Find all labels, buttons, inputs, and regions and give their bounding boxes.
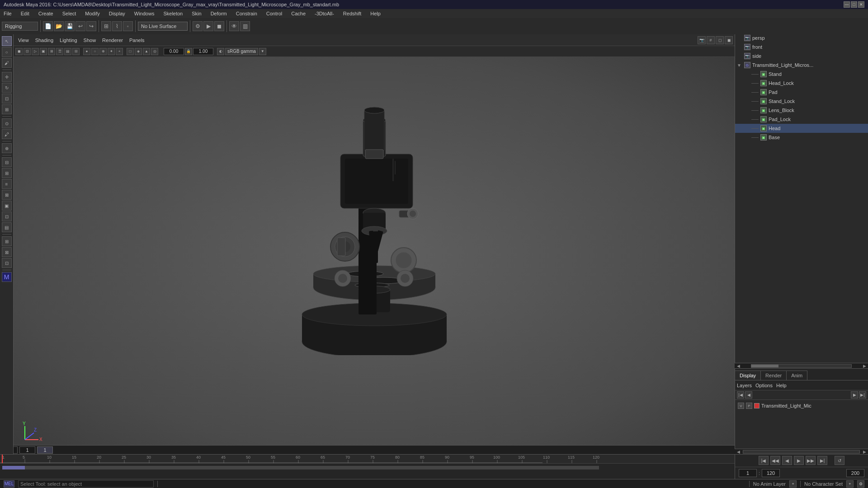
vp-t2-17[interactable]: ◎ xyxy=(151,48,158,55)
vp-camera-icon[interactable]: 📷 xyxy=(698,36,706,44)
save-scene-button[interactable]: 💾 xyxy=(65,21,75,31)
layer-P-btn[interactable]: P xyxy=(746,403,752,409)
pb-to-start[interactable]: |◀ xyxy=(759,456,769,465)
layer-scroll-track[interactable] xyxy=(743,450,860,454)
vp-colormode-icon[interactable]: ◐ xyxy=(217,48,224,55)
menu-redshift[interactable]: Redshift xyxy=(341,11,363,16)
pb-to-end[interactable]: ▶| xyxy=(817,456,827,465)
outliner-item-stand[interactable]: ▣ Stand xyxy=(735,70,868,79)
layer-visible-btn[interactable]: V xyxy=(738,403,744,409)
render-view-button[interactable]: ▶ xyxy=(203,21,213,31)
vp-menu-show[interactable]: Show xyxy=(81,37,99,44)
minimize-button[interactable]: — xyxy=(844,1,850,8)
render-settings-button[interactable]: ⚙ xyxy=(193,21,203,31)
timeline[interactable]: 1 5 10 15 20 25 30 35 40 45 50 55 60 xyxy=(0,454,735,479)
vp-wireframe-icon[interactable]: ◻ xyxy=(716,36,724,44)
extra-3[interactable]: ⊡ xyxy=(2,258,12,268)
vp-colormode-label[interactable]: sRGB gamma xyxy=(225,48,258,55)
select-tool[interactable]: ↖ xyxy=(2,36,12,46)
pb-prev-frame[interactable]: ◀ xyxy=(782,456,792,465)
maximize-button[interactable]: □ xyxy=(851,1,857,8)
menu-display[interactable]: Display xyxy=(107,11,127,16)
anim-layer-btn[interactable]: + xyxy=(789,480,797,488)
outliner-item-front[interactable]: 📷 front xyxy=(735,42,868,52)
timeline-content[interactable] xyxy=(0,464,735,479)
layout-5[interactable]: ▣ xyxy=(2,201,12,211)
menu-skeleton[interactable]: Skeleton xyxy=(161,11,184,16)
vp-t2-1[interactable]: ◼ xyxy=(15,48,23,55)
scroll-right-btn[interactable]: ▶ xyxy=(861,364,868,368)
menu-deform[interactable]: Deform xyxy=(209,11,229,16)
scale-tool[interactable]: ⊡ xyxy=(2,94,12,103)
extra-2[interactable]: ⊠ xyxy=(2,247,12,257)
outliner-item-persp[interactable]: 📷 persp xyxy=(735,33,868,42)
playback-current-frame[interactable] xyxy=(739,469,757,477)
layer-menu-layers[interactable]: Layers xyxy=(737,383,752,388)
show-hide-1[interactable]: 👁 xyxy=(229,21,239,31)
viewport-3d[interactable]: X Y Z persp xyxy=(14,57,735,454)
pb-play-fwd[interactable]: ▶ xyxy=(794,456,804,465)
vp-t2-3[interactable]: ▷ xyxy=(32,48,39,55)
menu-control[interactable]: Control xyxy=(264,11,284,16)
new-scene-button[interactable]: 📄 xyxy=(43,21,53,31)
layer-menu-help[interactable]: Help xyxy=(776,383,787,388)
tab-anim[interactable]: Anim xyxy=(787,371,807,380)
menu-select[interactable]: Select xyxy=(61,11,78,16)
menu-file[interactable]: File xyxy=(2,11,14,16)
snap-grid-button[interactable]: ⊞ xyxy=(101,21,111,31)
vp-smooth-icon[interactable]: ◼ xyxy=(725,36,733,44)
lasso-tool[interactable]: ○ xyxy=(2,47,12,57)
layer-row-transmitted[interactable]: V P Transmitted_Light_Mic xyxy=(736,401,867,411)
transform-tool[interactable]: ⊞ xyxy=(2,104,12,114)
menu-skin[interactable]: Skin xyxy=(190,11,203,16)
vp-value1-input[interactable] xyxy=(164,48,184,55)
menu-constrain[interactable]: Constrain xyxy=(234,11,259,16)
scroll-thumb[interactable] xyxy=(751,365,778,367)
outliner-item-side[interactable]: 📷 side xyxy=(735,52,868,61)
snap-curve-button[interactable]: ⌇ xyxy=(112,21,122,31)
layout-2[interactable]: ⊞ xyxy=(2,168,12,178)
pb-prev-key[interactable]: ◀◀ xyxy=(770,456,780,465)
timeline-ruler[interactable]: 1 5 10 15 20 25 30 35 40 45 50 55 60 xyxy=(0,455,735,464)
layer-color-swatch[interactable] xyxy=(754,403,760,408)
start-frame-input[interactable] xyxy=(19,446,35,454)
scroll-left-btn[interactable]: ◀ xyxy=(735,364,742,368)
vp-menu-lighting[interactable]: Lighting xyxy=(57,37,80,44)
char-set-settings[interactable]: ⚙ xyxy=(857,480,864,488)
scroll-track[interactable] xyxy=(751,364,852,368)
playback-end-total[interactable] xyxy=(846,469,864,477)
mode-selector[interactable]: Rigging xyxy=(2,22,38,31)
layer-forward-btn[interactable]: ▶ xyxy=(851,391,858,399)
outliner-item-lensblock[interactable]: ▣ Lens_Block xyxy=(735,106,868,115)
outliner-item-base[interactable]: ▣ Base xyxy=(735,133,868,142)
vp-grid-icon[interactable]: # xyxy=(707,36,715,44)
layer-prev-btn[interactable]: |◀ xyxy=(737,391,744,399)
vp-menu-shading[interactable]: Shading xyxy=(33,37,56,44)
vp-t2-6[interactable]: ☰ xyxy=(56,48,63,55)
outliner-item-pad[interactable]: ▣ Pad xyxy=(735,88,868,97)
vp-t2-10[interactable]: ○ xyxy=(91,48,99,55)
playback-end-frame[interactable] xyxy=(762,469,780,477)
show-hide-2[interactable]: ▥ xyxy=(240,21,250,31)
layer-menu-options[interactable]: Options xyxy=(755,383,773,388)
vp-t2-12[interactable]: ✦ xyxy=(108,48,115,55)
menu-create[interactable]: Create xyxy=(37,11,55,16)
paint-tool[interactable]: 🖌 xyxy=(2,58,12,68)
move-tool[interactable]: ✛ xyxy=(2,72,12,82)
outliner-scrollbar[interactable]: ◀ ▶ xyxy=(735,363,868,368)
rotate-tool[interactable]: ↻ xyxy=(2,83,12,93)
live-surface-label[interactable]: No Live Surface xyxy=(138,22,188,31)
snap-point-button[interactable]: ◦ xyxy=(123,21,133,31)
pb-loop-btn[interactable]: ↺ xyxy=(835,456,844,465)
ipr-button[interactable]: ◼ xyxy=(214,21,224,31)
soft-mod-tool[interactable]: ⊙ xyxy=(2,118,12,128)
viewport[interactable]: View Shading Lighting Show Renderer Pane… xyxy=(14,34,735,454)
layout-6[interactable]: ⊡ xyxy=(2,211,12,221)
outliner-item-group[interactable]: ▼ G Transmitted_Light_Micros... xyxy=(735,61,868,70)
vp-menu-panels[interactable]: Panels xyxy=(127,37,147,44)
layout-3[interactable]: ≡ xyxy=(2,179,12,189)
pb-next-frame[interactable]: ▶▶ xyxy=(806,456,816,465)
outliner-item-headlock[interactable]: ▣ Head_Lock xyxy=(735,79,868,88)
layout-4[interactable]: ⊠ xyxy=(2,190,12,200)
vp-t2-7[interactable]: ▤ xyxy=(64,48,71,55)
